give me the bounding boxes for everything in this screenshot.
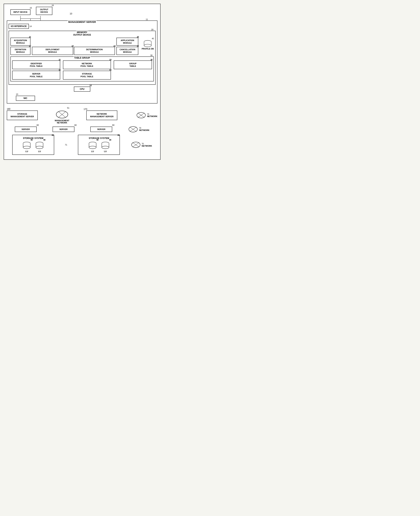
- main-diagram: 15 INPUT DEVICE 16 OUTPUTDEVICE 10 MANAG…: [4, 4, 161, 160]
- io-interface-ref: 14: [29, 25, 31, 27]
- cancellation-module: 26 CANCELLATIONMODULE: [116, 47, 138, 55]
- mgmt-network-ref: 51: [67, 107, 69, 109]
- memory-label: MEMORY: [76, 31, 88, 34]
- ref-180: 180: [7, 108, 10, 110]
- lu-icon-1b: [35, 141, 45, 150]
- nic-ref: 13: [16, 93, 156, 95]
- application-module: 25 APPLICATIONMODULE: [116, 38, 138, 46]
- table-group-ref: 30: [150, 54, 152, 56]
- lu-icon-1a: [22, 141, 32, 150]
- connector-svg-top: [7, 16, 164, 20]
- network-ref-2: 70: [139, 127, 150, 129]
- network-mgmt-server-box: NETWORKMANAGEMENT SERVER: [86, 110, 117, 120]
- lu-icon-2b: [100, 141, 110, 150]
- deployment-module: 23 DEPLOYMENTMODULE: [32, 47, 73, 55]
- storage-system-1-ref: 80: [52, 134, 54, 136]
- lu-icon-2a: [88, 141, 98, 150]
- networks-right-2: 70 NETWORK: [128, 126, 150, 133]
- profile-db-ref: 40: [152, 38, 154, 40]
- servers-row: 60 SERVER 60 SERVER 60 SERVER: [7, 126, 158, 133]
- group-table: 35 GROUPTABLE: [114, 61, 152, 69]
- server-wrap-3: 60 SERVER: [90, 127, 112, 132]
- memory-box: MEMORY 20 OUTPUT DEVICE 21 ACQUISITIONMO…: [8, 31, 156, 85]
- tables-inner: 31 IDENTIFIERPOOL TABLE 32 SERVERPOOL TA…: [12, 61, 152, 80]
- network-ref-1: 70: [147, 113, 158, 115]
- table-group: TABLE GROUP 30 31 IDENTIFIERPOOL TABLE 3…: [10, 56, 154, 81]
- storage-system-2-ref: 80: [118, 134, 120, 136]
- nic-box: NIC: [16, 96, 35, 101]
- network-ref-3: 70: [142, 143, 152, 145]
- mgmt-network-wrap: 51 MANAGEMENTNETWORK: [55, 107, 69, 124]
- storage-row: STORAGE SYSTEM 80 90 LU: [7, 135, 158, 155]
- network-label-1: NETWORK: [147, 115, 158, 117]
- svg-point-25: [23, 146, 30, 149]
- tables-col-mid: 33 NETWORKPOOL TABLE 34 STORAGEPOOL TABL…: [63, 61, 111, 80]
- determination-module: 24 DETERMINATIONMODULE: [74, 47, 115, 55]
- server-wrap-2: 60 SERVER: [52, 127, 75, 132]
- lu-wrap-2a: 90 LU: [88, 141, 98, 153]
- network-item-3-wrap: 70 NETWORK: [131, 141, 152, 148]
- lu-row-1: 90 LU 90: [15, 141, 52, 153]
- cpu-row: 12 CPU: [8, 86, 156, 92]
- bottom-top-row: STORAGEMANAGEMENT SERVER 51 MANAGEMENTNE…: [7, 107, 158, 124]
- mgmt-server-label: MANAGEMENT SERVER: [67, 21, 97, 23]
- cable-ref-wrap: 71: [65, 144, 67, 146]
- profile-db-label: PROFILE DB: [142, 48, 154, 50]
- svg-point-40: [102, 146, 109, 149]
- server-box-3: SERVER: [90, 127, 112, 132]
- lu-ref-1a: 90: [31, 139, 33, 141]
- server-box-1: SERVER: [15, 127, 37, 132]
- cable-ref: 71: [65, 144, 67, 146]
- lu-wrap-2b: 90 LU: [100, 141, 110, 153]
- network-label-2: NETWORK: [139, 129, 150, 131]
- network-icon-3: [131, 141, 141, 148]
- storage-system-1-label: STORAGE SYSTEM 80: [15, 137, 52, 140]
- identifier-pool-table: 31 IDENTIFIERPOOL TABLE: [12, 61, 60, 69]
- memory-ref: 20: [151, 29, 153, 31]
- input-device-box: INPUT DEVICE: [10, 9, 30, 15]
- lu-ref-2a: 90: [97, 139, 98, 141]
- io-interface-box: I/O INTERFACE: [8, 24, 29, 29]
- network-pool-table: 33 NETWORKPOOL TABLE: [63, 61, 111, 69]
- module-col-left: 21 ACQUISITIONMODULE 22 DEFINITIONMODULE: [10, 38, 30, 55]
- io-interface-row: I/O INTERFACE 14: [8, 24, 156, 29]
- network-icon-1: [136, 112, 146, 119]
- cpu-box: 12 CPU: [74, 86, 90, 92]
- output-device-inner-label: OUTPUT DEVICE: [10, 34, 154, 36]
- overall-ref: 10: [70, 12, 72, 15]
- lu-label-1a: LU: [22, 150, 32, 153]
- output-device-ref: 16: [52, 4, 54, 6]
- network-item-3: 70 NETWORK: [131, 141, 152, 148]
- table-group-label: TABLE GROUP: [73, 57, 91, 59]
- bottom-section: 180 STORAGEMANAGEMENT SERVER 51 MANAGEME…: [7, 107, 158, 155]
- mgmt-network-icon: [55, 109, 69, 119]
- networks-right: 70 NETWORK: [136, 112, 158, 119]
- network-label-3: NETWORK: [142, 145, 152, 147]
- network-icon-2: [128, 126, 138, 133]
- profile-db-icon: [143, 40, 153, 47]
- profile-db-wrap: 40 PROFILE DB: [142, 38, 154, 55]
- server-pool-table: 32 SERVERPOOL TABLE: [12, 71, 60, 80]
- mgmt-server-ref: 11: [146, 18, 148, 20]
- lu-label-2b: LU: [100, 150, 110, 153]
- server-ref-3: 60: [112, 124, 114, 126]
- module-col-right: 25 APPLICATIONMODULE 26 CANCELLATIONMODU…: [116, 38, 138, 55]
- tables-col-right: 35 GROUPTABLE: [114, 61, 152, 80]
- definition-module: 22 DEFINITIONMODULE: [10, 47, 30, 55]
- modules-row: 21 ACQUISITIONMODULE 22 DEFINITIONMODULE…: [10, 38, 154, 55]
- mgmt-network-label: MANAGEMENTNETWORK: [55, 119, 69, 124]
- output-device-box: OUTPUTDEVICE: [36, 7, 52, 15]
- input-device-ref: 15: [30, 7, 32, 9]
- server-ref-2: 60: [75, 124, 77, 126]
- mgmt-server-outer: MANAGEMENT SERVER 11 I/O INTERFACE 14 ME…: [7, 20, 158, 104]
- server-box-2: SERVER: [52, 127, 75, 132]
- storage-system-2-label: STORAGE SYSTEM 80: [80, 137, 118, 140]
- network-item-2: 70 NETWORK: [128, 126, 150, 133]
- lu-wrap-1a: 90 LU: [22, 141, 32, 153]
- nic-section: 13 NIC: [8, 93, 156, 101]
- lu-label-1b: LU: [35, 150, 45, 153]
- storage-mgmt-server-box: STORAGEMANAGEMENT SERVER: [7, 110, 38, 120]
- storage-system-2: STORAGE SYSTEM 80 90 LU: [78, 135, 120, 155]
- svg-point-35: [89, 146, 96, 149]
- network-item-1: 70 NETWORK: [136, 112, 158, 119]
